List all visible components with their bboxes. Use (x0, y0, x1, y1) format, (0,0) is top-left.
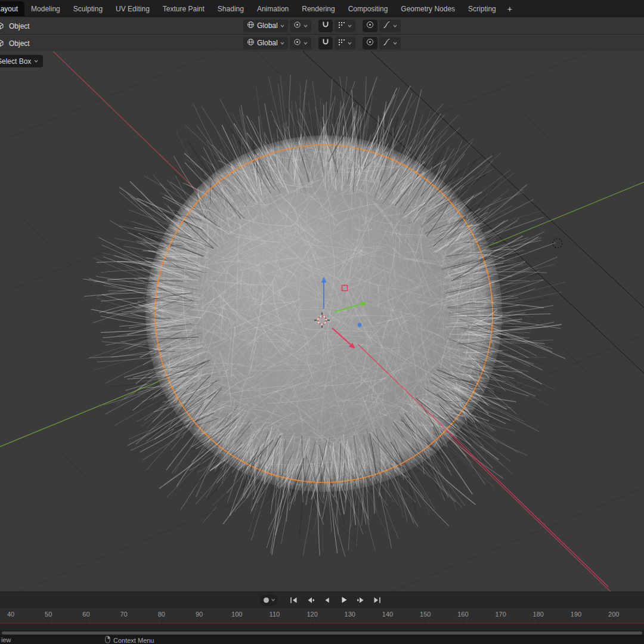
status-bar: iew Context Menu (0, 636, 644, 644)
chevron-down-icon (393, 24, 397, 27)
active-tool-label: Select Box (0, 57, 31, 66)
tab-modeling[interactable]: Modeling (24, 1, 67, 16)
globe-icon (247, 38, 255, 48)
mouse-right-click-icon (105, 636, 110, 644)
workspace-tabs: Layout Modeling Sculpting UV Editing Tex… (0, 0, 517, 16)
snap-toggle-button[interactable] (318, 37, 333, 49)
frame-tick: 80 (158, 611, 165, 618)
falloff-curve-icon (383, 21, 391, 30)
mode-label: Object (9, 22, 30, 30)
orientation-dropdown[interactable]: Global (243, 20, 288, 32)
tab-uv-editing[interactable]: UV Editing (109, 1, 156, 16)
frame-tick: 190 (571, 611, 581, 618)
frame-tick: 100 (231, 611, 242, 618)
snap-increment-icon (338, 21, 345, 30)
pivot-icon (293, 38, 301, 48)
timeline-track[interactable] (0, 623, 644, 630)
orientation-dropdown[interactable]: Global (243, 37, 288, 49)
mode-dropdown[interactable]: Object (9, 38, 30, 48)
frame-tick: 90 (196, 611, 203, 618)
proportional-circle-icon (366, 38, 374, 48)
mode-dropdown[interactable]: Object (9, 20, 30, 31)
frame-tick: 60 (82, 611, 89, 618)
frame-tick: 120 (306, 611, 317, 618)
play-reverse-button[interactable] (320, 594, 335, 606)
magnet-icon (322, 21, 329, 30)
tab-compositing[interactable]: Compositing (342, 1, 395, 16)
tab-layout[interactable]: Layout (0, 1, 24, 16)
falloff-dropdown[interactable] (379, 37, 401, 49)
mouse-hint-label: Context Menu (113, 637, 154, 644)
tab-geometry-nodes[interactable]: Geometry Nodes (394, 1, 462, 16)
jump-to-start-button[interactable] (286, 594, 302, 606)
record-icon (264, 597, 269, 603)
globe-icon (247, 21, 255, 30)
magnet-icon (322, 38, 329, 48)
active-tool-dropdown[interactable]: Select Box (0, 55, 43, 67)
object-mode-icon (0, 39, 5, 48)
record-button[interactable] (262, 597, 271, 603)
mode-label: Object (9, 39, 30, 48)
tab-shading[interactable]: Shading (211, 1, 250, 16)
pivot-icon (293, 21, 301, 30)
frame-tick: 170 (495, 611, 506, 618)
frame-tick: 130 (345, 611, 355, 618)
snap-toggle-button[interactable] (318, 20, 333, 32)
frame-tick: 40 (7, 611, 14, 618)
pivot-point-dropdown[interactable] (290, 20, 311, 32)
viewport-header-1: Object Global (0, 17, 644, 34)
blender-window: Layout Modeling Sculpting UV Editing Tex… (0, 0, 644, 644)
chevron-down-icon (393, 42, 397, 45)
status-left-fragment: iew (1, 636, 11, 644)
falloff-dropdown[interactable] (379, 20, 401, 32)
topbar: Layout Modeling Sculpting UV Editing Tex… (0, 0, 644, 17)
object-mode-icon (0, 21, 5, 30)
orientation-label: Global (257, 21, 278, 30)
tab-animation[interactable]: Animation (250, 1, 295, 16)
playback-buttons (286, 594, 385, 606)
frame-tick: 200 (608, 611, 619, 618)
play-button[interactable] (336, 594, 352, 606)
chevron-down-icon (304, 24, 308, 27)
orientation-label: Global (257, 39, 278, 47)
add-workspace-button[interactable]: + (503, 1, 517, 16)
viewport-3d[interactable]: Select Box (0, 51, 644, 592)
tab-scripting[interactable]: Scripting (462, 1, 503, 16)
chevron-down-icon (34, 60, 38, 63)
scrollbar-handle[interactable] (2, 631, 642, 634)
frame-tick: 140 (382, 611, 393, 618)
frame-tick: 180 (533, 611, 544, 618)
keying-dropdown[interactable] (271, 598, 275, 602)
timeline-scrollbar[interactable] (0, 630, 644, 636)
previous-keyframe-button[interactable] (303, 594, 318, 606)
frame-tick: 110 (270, 611, 280, 618)
viewport-header-2: Object Global (0, 34, 644, 51)
proportional-editing-toggle[interactable] (363, 37, 377, 49)
frame-tick: 150 (420, 611, 431, 618)
proportional-editing-toggle[interactable] (363, 20, 377, 32)
next-keyframe-button[interactable] (353, 594, 369, 606)
chevron-down-icon (280, 24, 284, 27)
tab-rendering[interactable]: Rendering (295, 1, 341, 16)
snap-settings-dropdown[interactable] (335, 20, 355, 32)
jump-to-end-button[interactable] (370, 594, 385, 606)
chevron-down-icon (280, 42, 284, 45)
chevron-down-icon (348, 24, 352, 27)
falloff-curve-icon (383, 38, 391, 48)
tab-sculpting[interactable]: Sculpting (67, 1, 109, 16)
viewport-canvas[interactable] (0, 51, 644, 592)
proportional-circle-icon (366, 21, 374, 30)
tab-texture-paint[interactable]: Texture Paint (156, 1, 211, 16)
auto-keying-group (259, 595, 278, 606)
frame-tick: 50 (45, 611, 52, 618)
frame-tick: 160 (457, 611, 468, 618)
chevron-down-icon (304, 42, 308, 45)
snap-increment-icon (338, 39, 345, 48)
chevron-down-icon (348, 42, 352, 45)
frame-ruler[interactable]: 40 50 60 70 80 90 100 110 120 130 140 15… (0, 608, 644, 623)
snap-settings-dropdown[interactable] (335, 37, 355, 49)
mouse-hint: Context Menu (105, 636, 154, 644)
pivot-point-dropdown[interactable] (290, 37, 311, 49)
frame-tick: 70 (120, 611, 127, 618)
timeline-header (0, 592, 644, 608)
